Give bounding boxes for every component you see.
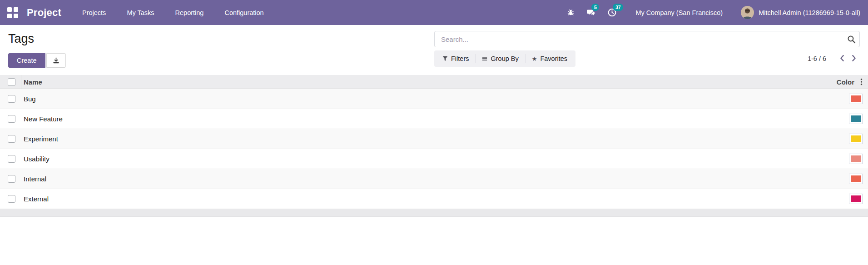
bug-icon	[567, 9, 575, 16]
search-options-bar: Filters Group By ★ Favorites	[434, 50, 575, 67]
row-checkbox[interactable]	[8, 95, 15, 103]
search-button[interactable]	[846, 34, 857, 46]
messages-badge: 5	[591, 4, 599, 11]
user-menu[interactable]: Mitchell Admin (11286969-15-0-all)	[741, 6, 860, 19]
pager-previous-button[interactable]	[836, 54, 848, 64]
filters-button[interactable]: Filters	[436, 54, 475, 63]
messages-button[interactable]: 5	[586, 8, 596, 17]
column-header-color[interactable]: Color	[804, 78, 854, 86]
row-checkbox[interactable]	[8, 115, 15, 123]
row-name: Internal	[21, 175, 818, 183]
search-input[interactable]	[434, 31, 860, 47]
color-swatch[interactable]	[849, 174, 863, 184]
apps-menu-button[interactable]	[5, 5, 20, 20]
list-row[interactable]: Internal	[0, 169, 868, 189]
menu-item-projects[interactable]: Projects	[82, 9, 106, 16]
menu-item-configuration[interactable]: Configuration	[224, 9, 263, 16]
list-row[interactable]: New Feature	[0, 109, 868, 129]
pager-next-button[interactable]	[848, 54, 860, 64]
color-swatch[interactable]	[849, 154, 863, 164]
row-checkbox[interactable]	[8, 195, 15, 203]
chevron-left-icon	[839, 55, 845, 62]
row-name: External	[21, 195, 818, 203]
color-swatch[interactable]	[849, 114, 863, 124]
list-row[interactable]: External	[0, 189, 868, 209]
row-checkbox[interactable]	[8, 155, 15, 163]
chevron-right-icon	[851, 55, 857, 62]
search-icon	[847, 35, 856, 44]
row-name: Usability	[21, 155, 818, 163]
bars-icon	[482, 56, 487, 61]
kebab-icon	[860, 78, 863, 85]
page-title: Tags	[8, 31, 434, 46]
tags-list: Name Color Bug New Feature Experimen	[0, 75, 868, 217]
row-name: New Feature	[21, 115, 818, 123]
column-header-name[interactable]: Name	[21, 78, 804, 86]
list-header: Name Color	[0, 75, 868, 89]
list-row[interactable]: Bug	[0, 89, 868, 109]
group-by-button[interactable]: Group By	[475, 54, 525, 63]
optional-columns-toggle[interactable]	[860, 78, 863, 85]
select-all-checkbox[interactable]	[8, 78, 15, 86]
color-swatch[interactable]	[849, 134, 863, 144]
company-switcher[interactable]: My Company (San Francisco)	[635, 9, 723, 16]
main-menu: Projects My Tasks Reporting Configuratio…	[82, 9, 264, 16]
color-swatch[interactable]	[849, 94, 863, 104]
top-navbar: Project Projects My Tasks Reporting Conf…	[0, 0, 868, 25]
menu-item-my-tasks[interactable]: My Tasks	[127, 9, 154, 16]
debug-mode-button[interactable]	[567, 9, 575, 16]
control-panel: Tags Create	[0, 25, 868, 68]
activities-button[interactable]: 37	[608, 8, 616, 17]
user-name: Mitchell Admin (11286969-15-0-all)	[759, 9, 860, 16]
list-row[interactable]: Experiment	[0, 129, 868, 149]
list-body: Bug New Feature Experiment Usability Int…	[0, 89, 868, 209]
row-checkbox[interactable]	[8, 135, 15, 143]
download-icon	[53, 57, 60, 64]
activities-badge: 37	[613, 4, 623, 11]
app-brand[interactable]: Project	[27, 7, 61, 19]
apps-grid-icon	[7, 7, 12, 12]
create-button[interactable]: Create	[8, 53, 45, 68]
menu-item-reporting[interactable]: Reporting	[175, 9, 204, 16]
export-button[interactable]	[46, 53, 66, 68]
pager: 1-6 / 6	[808, 54, 860, 64]
row-name: Experiment	[21, 135, 818, 143]
filter-icon	[442, 56, 448, 61]
color-swatch[interactable]	[849, 194, 863, 204]
star-icon: ★	[532, 56, 537, 62]
avatar	[741, 6, 754, 19]
row-checkbox[interactable]	[8, 175, 15, 183]
list-footer	[0, 209, 868, 217]
list-row[interactable]: Usability	[0, 149, 868, 169]
pager-range: 1-6 / 6	[808, 55, 826, 62]
favorites-button[interactable]: ★ Favorites	[525, 54, 574, 63]
row-name: Bug	[21, 95, 818, 103]
